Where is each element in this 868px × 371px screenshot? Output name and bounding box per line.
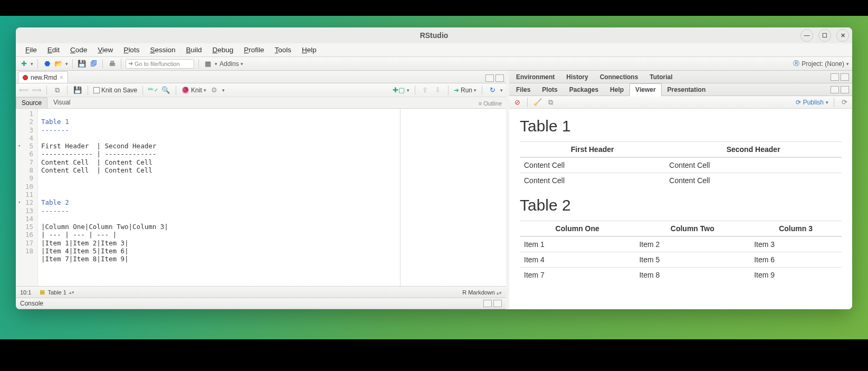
table-row: Item 4Item 5Item 6	[520, 252, 842, 268]
table-header: Column Two	[635, 221, 750, 237]
viewer-h1-table2: Table 2	[520, 196, 842, 214]
viewer-table2: Column One Column Two Column 3 Item 1Ite…	[520, 221, 842, 282]
pane-max-icon[interactable]	[495, 74, 504, 82]
top-right-tabs: Environment History Connections Tutorial	[509, 71, 852, 83]
rstudio-window: RStudio — ☐ ✕ File Edit Code View Plots …	[16, 27, 852, 309]
menu-code[interactable]: Code	[66, 45, 91, 55]
table-header: First Header	[520, 142, 665, 158]
code-content[interactable]: Table 1 ------- First Header | Second He…	[38, 109, 400, 286]
new-project-icon[interactable]: ⬣	[42, 59, 52, 69]
show-in-new-window-icon[interactable]: ⧉	[52, 85, 62, 95]
file-tabs: new.Rmd ×	[16, 71, 506, 83]
file-tab-label: new.Rmd	[31, 74, 57, 81]
remove-viewer-icon[interactable]: ⊘	[512, 98, 522, 107]
find-replace-icon[interactable]: 🔍	[161, 85, 170, 95]
menubar: File Edit Code View Plots Session Build …	[16, 43, 852, 57]
popout-icon[interactable]: ⧉	[546, 98, 555, 107]
knit-on-save-toggle[interactable]: Knit on Save	[93, 87, 137, 94]
tr-max-icon[interactable]	[841, 73, 849, 81]
tab-packages[interactable]: Packages	[564, 83, 604, 96]
file-mode[interactable]: R Markdown ▴▾	[462, 289, 502, 296]
cursor-pos: 10:1	[20, 289, 31, 296]
table-row: Item 1Item 2Item 3	[520, 236, 842, 252]
tab-help[interactable]: Help	[604, 83, 629, 96]
br-min-icon[interactable]	[831, 86, 839, 93]
checkbox-icon[interactable]	[93, 87, 100, 93]
knit-button[interactable]: 🧶 Knit ▾	[182, 87, 206, 94]
publish-button[interactable]: ⟳ Publish ▾	[796, 99, 828, 106]
maximize-button[interactable]: ☐	[818, 29, 831, 42]
menu-session[interactable]: Session	[146, 45, 179, 55]
minimize-button[interactable]: —	[800, 29, 813, 42]
section-nav[interactable]: Table 1	[47, 289, 66, 296]
right-panel: Environment History Connections Tutorial…	[509, 71, 852, 309]
forward-icon[interactable]: ⟹	[32, 85, 41, 95]
publish-icon[interactable]: ↻	[488, 85, 497, 95]
go-next-icon[interactable]: ⇩	[433, 85, 443, 95]
addins-button[interactable]: Addins ▾	[220, 60, 243, 68]
tab-files[interactable]: Files	[510, 83, 536, 96]
bottom-right-tabs: Files Plots Packages Help Viewer Present…	[509, 83, 852, 96]
save-icon[interactable]: 💾	[77, 59, 87, 69]
tab-tutorial[interactable]: Tutorial	[644, 71, 678, 83]
console-max-icon[interactable]	[493, 300, 502, 307]
tab-history[interactable]: History	[560, 71, 594, 83]
menu-view[interactable]: View	[93, 45, 117, 55]
tab-visual[interactable]: Visual	[47, 97, 76, 108]
source-panel: new.Rmd × ⟸ ⟹ ⧉ 💾	[16, 71, 509, 309]
titlebar: RStudio — ☐ ✕	[16, 27, 852, 43]
tab-environment[interactable]: Environment	[510, 71, 560, 83]
tab-plots[interactable]: Plots	[536, 83, 563, 96]
file-tab-new-rmd[interactable]: new.Rmd ×	[18, 71, 68, 83]
print-icon[interactable]: 🖶	[107, 59, 117, 69]
viewer-content: Table 1 First Header Second Header Conte…	[509, 109, 852, 309]
rmd-icon	[23, 75, 28, 80]
menu-plots[interactable]: Plots	[119, 45, 144, 55]
editor-toolbar: ⟸ ⟹ ⧉ 💾 Knit on Save ᴬᴮᶜ✓ 🔍 🧶 Knit	[16, 83, 506, 97]
tab-source[interactable]: Source	[16, 97, 47, 108]
menu-help[interactable]: Help	[298, 45, 321, 55]
viewer-toolbar: ⊘ 🧹 ⧉ ⟳ Publish ▾ ⟳	[509, 96, 852, 109]
spellcheck-icon[interactable]: ᴬᴮᶜ✓	[148, 85, 158, 95]
workspace-panes-icon[interactable]: ▦	[203, 59, 213, 69]
menu-tools[interactable]: Tools	[271, 45, 296, 55]
main-toolbar: ✚▾ ⬣ 📂▾ 💾 🗐 🖶 ➜Go to file/function ▦▾ Ad…	[16, 57, 852, 71]
tab-connections[interactable]: Connections	[594, 71, 644, 83]
console-tab[interactable]: Console	[16, 298, 506, 309]
br-max-icon[interactable]	[841, 86, 849, 93]
menu-build[interactable]: Build	[182, 45, 206, 55]
close-tab-icon[interactable]: ×	[60, 74, 63, 81]
save-all-icon[interactable]: 🗐	[89, 59, 98, 69]
save-doc-icon[interactable]: 💾	[73, 85, 82, 95]
console-min-icon[interactable]	[483, 300, 492, 307]
tab-presentation[interactable]: Presentation	[662, 83, 712, 96]
code-editor[interactable]: 1234▾567891011▾12131415161718 Table 1 --…	[16, 109, 506, 286]
table-header: Column 3	[750, 221, 842, 237]
new-file-icon[interactable]: ✚	[19, 59, 28, 69]
go-prev-icon[interactable]: ⇧	[421, 85, 430, 95]
viewer-table1: First Header Second Header Content CellC…	[520, 141, 842, 188]
menu-edit[interactable]: Edit	[43, 45, 64, 55]
main-area: new.Rmd × ⟸ ⟹ ⧉ 💾	[16, 71, 852, 309]
tab-viewer[interactable]: Viewer	[629, 83, 661, 96]
back-icon[interactable]: ⟸	[19, 85, 28, 95]
refresh-viewer-icon[interactable]: ⟳	[840, 98, 849, 107]
table-header: Column One	[520, 221, 635, 237]
menu-debug[interactable]: Debug	[208, 45, 237, 55]
run-button[interactable]: ➔ Run ▾	[454, 87, 476, 94]
insert-chunk-icon[interactable]: ✚▢	[394, 85, 404, 95]
window-title: RStudio	[420, 31, 449, 40]
source-visual-tabs: Source Visual ≡ Outline	[16, 97, 506, 109]
settings-icon[interactable]: ⚙	[209, 85, 219, 95]
goto-file-input[interactable]: ➜Go to file/function	[126, 59, 194, 69]
project-menu[interactable]: Ⓡ Project: (None) ▾	[793, 59, 849, 68]
menu-profile[interactable]: Profile	[240, 45, 268, 55]
close-button[interactable]: ✕	[836, 29, 849, 42]
open-file-icon[interactable]: 📂	[54, 59, 63, 69]
clear-viewer-icon[interactable]: 🧹	[533, 98, 542, 107]
tr-min-icon[interactable]	[831, 73, 839, 81]
menu-file[interactable]: File	[21, 45, 41, 55]
pane-min-icon[interactable]	[485, 74, 494, 82]
outline-toggle[interactable]: ≡ Outline	[479, 100, 502, 108]
viewer-h1-table1: Table 1	[520, 117, 842, 135]
